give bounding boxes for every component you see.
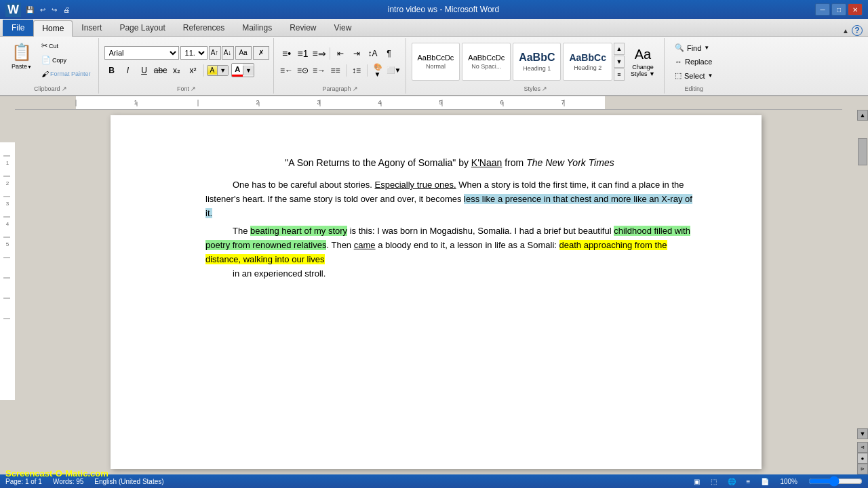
zoom-slider[interactable] <box>808 476 863 487</box>
clipboard-expand-icon[interactable]: ↗ <box>62 85 67 92</box>
styles-expand-icon[interactable]: ↗ <box>542 85 547 92</box>
title-quote: "A Son Returns to the Agony of Somalia" … <box>285 157 471 168</box>
styles-scroll-up[interactable]: ▲ <box>614 43 625 55</box>
scroll-track[interactable] <box>858 131 867 423</box>
align-center-btn[interactable]: ≡⊙ <box>296 63 311 78</box>
view-draft[interactable]: 📄 <box>761 478 769 485</box>
clipboard-label: Clipboard ↗ <box>34 84 67 92</box>
tab-insert[interactable]: Insert <box>73 20 111 36</box>
tab-review[interactable]: Review <box>281 20 325 36</box>
nospace-preview: AaBbCcDc <box>468 54 505 62</box>
style-no-spacing[interactable]: AaBbCcDc No Spaci... <box>462 43 511 81</box>
paste-icon: 📋 <box>12 43 32 62</box>
tab-references[interactable]: References <box>174 20 233 36</box>
tab-home[interactable]: Home <box>33 20 73 37</box>
find-button[interactable]: 🔍 Find ▼ <box>670 41 718 54</box>
clear-format-btn[interactable]: ✗ <box>253 46 269 60</box>
vertical-scrollbar[interactable]: ▲ ▼ ⊲ ● ⊳ <box>857 110 868 474</box>
numbered-list-btn[interactable]: ≡1 <box>296 46 311 61</box>
save-quick-btn[interactable]: 💾 <box>24 5 36 14</box>
scroll-page-up-btn[interactable]: ⊲ <box>857 442 868 453</box>
tab-file[interactable]: File <box>3 20 33 36</box>
find-arrow[interactable]: ▼ <box>704 45 709 51</box>
cut-button[interactable]: ✂ Cut <box>38 39 94 52</box>
bullets-btn[interactable]: ≡• <box>279 46 294 61</box>
strikethrough-button[interactable]: abc <box>153 63 168 78</box>
superscript-button[interactable]: x² <box>186 63 201 78</box>
minimize-button[interactable]: ─ <box>815 3 830 16</box>
tab-mailings[interactable]: Mailings <box>233 20 281 36</box>
paste-button[interactable]: 📋 Paste ▼ <box>7 39 37 80</box>
view-web[interactable]: 🌐 <box>728 478 736 485</box>
scroll-page-down-btn[interactable]: ⊳ <box>857 464 868 474</box>
change-case-btn[interactable]: Aa <box>235 46 252 60</box>
svg-text:6: 6 <box>500 99 503 106</box>
ribbon-collapse-btn[interactable]: ▲ <box>842 27 849 35</box>
font-expand-icon[interactable]: ↗ <box>191 85 196 92</box>
format-painter-button[interactable]: 🖌 Format Painter <box>38 68 94 80</box>
border-btn[interactable]: ⬜▼ <box>387 63 401 78</box>
font-size-increase-btn[interactable]: A↑ <box>209 46 221 60</box>
line-spacing-btn[interactable]: ↕≡ <box>349 63 364 78</box>
show-marks-btn[interactable]: ¶ <box>382 46 397 61</box>
scroll-down-btn[interactable]: ▼ <box>857 428 868 439</box>
svg-text:3: 3 <box>6 201 9 207</box>
document-title: "A Son Returns to the Agony of Somalia" … <box>205 156 694 170</box>
font-color-icon: A <box>232 64 243 77</box>
select-button[interactable]: ⬚ Select ▼ <box>670 69 718 82</box>
close-button[interactable]: ✕ <box>848 3 863 16</box>
select-arrow[interactable]: ▼ <box>708 73 713 79</box>
view-print-layout[interactable]: ▣ <box>694 478 700 485</box>
multilevel-list-btn[interactable]: ≡⇒ <box>312 46 327 61</box>
underline-button[interactable]: U <box>137 63 152 78</box>
view-outline[interactable]: ≡ <box>747 478 751 485</box>
styles-more[interactable]: ≡ <box>614 68 625 81</box>
paste-label: Paste ▼ <box>12 63 32 70</box>
scroll-thumb[interactable] <box>858 138 867 165</box>
styles-scroll-down[interactable]: ▼ <box>614 56 625 68</box>
style-heading2[interactable]: AaBbCc Heading 2 <box>563 43 612 81</box>
replace-button[interactable]: ↔ Replace <box>670 56 718 68</box>
increase-indent-btn[interactable]: ⇥ <box>349 46 364 61</box>
paragraph-expand-icon[interactable]: ↗ <box>353 85 358 92</box>
scroll-up-btn[interactable]: ▲ <box>857 110 868 121</box>
change-styles-icon: Aa <box>635 47 651 62</box>
window-controls: ─ □ ✕ <box>815 3 863 16</box>
align-left-btn[interactable]: ≡← <box>279 63 294 78</box>
font-name-select[interactable]: Arial <box>104 46 179 60</box>
font-color-arrow[interactable]: ▼ <box>243 66 254 75</box>
text-highlight-btn[interactable]: A ▼ <box>207 65 229 76</box>
maximize-button[interactable]: □ <box>831 3 846 16</box>
undo-quick-btn[interactable]: ↩ <box>38 5 47 14</box>
font-size-decrease-btn[interactable]: A↓ <box>222 46 234 60</box>
style-normal[interactable]: AaBbCcDc Normal <box>412 43 460 81</box>
redo-quick-btn[interactable]: ↪ <box>50 5 59 14</box>
paragraph-group: ≡• ≡1 ≡⇒ ⇤ ⇥ ↕A ¶ ≡← ≡⊙ ≡→ ≡≡ ↕≡ <box>275 38 406 94</box>
nospace-label: No Spaci... <box>471 63 501 70</box>
help-btn[interactable]: ? <box>852 25 863 36</box>
change-styles-button[interactable]: Aa ChangeStyles ▼ <box>626 43 660 81</box>
copy-button[interactable]: 📄 Copy <box>38 54 94 66</box>
svg-text:1: 1 <box>6 160 9 166</box>
document-page: "A Son Returns to the Agony of Somalia" … <box>111 115 762 469</box>
style-heading1[interactable]: AaBbC Heading 1 <box>513 43 561 81</box>
subscript-button[interactable]: x₂ <box>170 63 184 78</box>
font-color-btn[interactable]: A ▼ <box>231 63 254 77</box>
view-full-screen[interactable]: ⬚ <box>711 478 717 485</box>
tab-view[interactable]: View <box>326 20 361 36</box>
document-scroll-area[interactable]: "A Son Returns to the Agony of Somalia" … <box>15 110 857 474</box>
text-highlight-arrow[interactable]: ▼ <box>217 66 228 75</box>
align-right-btn[interactable]: ≡→ <box>312 63 327 78</box>
italic-button[interactable]: I <box>121 63 136 78</box>
font-size-select[interactable]: 11.5 <box>180 46 208 60</box>
para1-normal: One has to be careful about stories. <box>233 180 375 190</box>
decrease-indent-btn[interactable]: ⇤ <box>333 46 348 61</box>
print-quick-btn[interactable]: 🖨 <box>61 5 72 14</box>
justify-btn[interactable]: ≡≡ <box>328 63 343 78</box>
shading-btn[interactable]: 🎨▼ <box>370 63 385 78</box>
bold-button[interactable]: B <box>104 63 119 78</box>
sort-btn[interactable]: ↕A <box>366 46 380 61</box>
word-count: Words: 95 <box>53 478 83 485</box>
select-browse-btn[interactable]: ● <box>857 453 868 464</box>
tab-page-layout[interactable]: Page Layout <box>111 20 174 36</box>
